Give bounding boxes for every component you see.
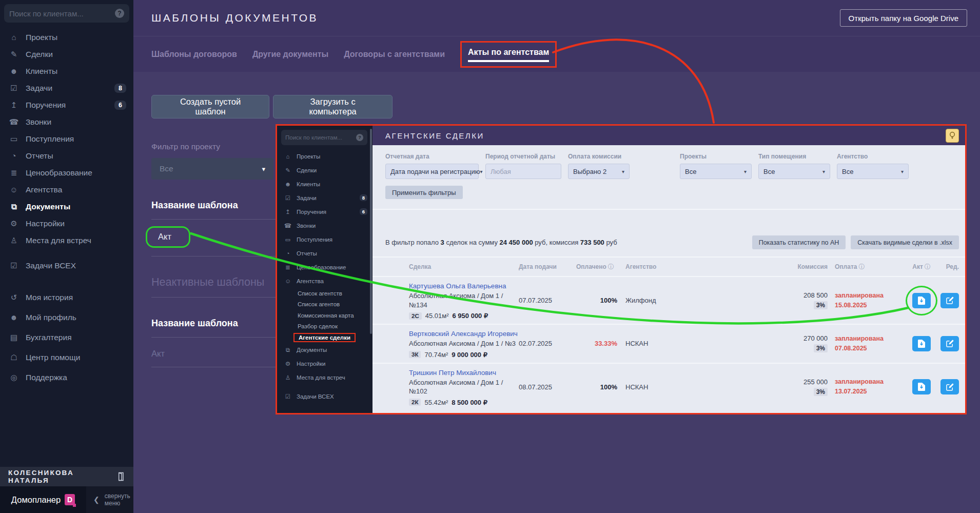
submission-date: 07.07.2025 — [519, 297, 576, 304]
generate-act-button[interactable] — [912, 336, 931, 351]
sidebar-item[interactable]: ☺ Агентства — [0, 181, 133, 198]
edit-deal-button[interactable] — [940, 293, 959, 308]
sidebar-item[interactable]: ≣ Ценообразование — [0, 164, 133, 181]
mini-sidebar-item[interactable]: ☻ Клиенты — [277, 177, 373, 191]
search-help-icon[interactable]: ? — [115, 9, 124, 18]
meeting-places-icon: ♙ — [283, 374, 292, 381]
client-search-input[interactable] — [9, 9, 115, 18]
mini-sidebar-scrollbar[interactable] — [370, 129, 372, 334]
document-download-icon — [918, 340, 925, 348]
show-agency-stats-button[interactable]: Показать статистику по АН — [752, 235, 846, 249]
mini-sidebar-subitem[interactable]: Список агентов — [277, 299, 373, 310]
collapse-menu-button[interactable]: ❮ свернуть меню — [86, 486, 133, 513]
mini-sidebar-item[interactable]: ♙ Места для встреч — [277, 371, 373, 385]
mini-sidebar-item[interactable]: ☎ Звонки — [277, 219, 373, 232]
sidebar-item[interactable]: ✎ Сделки — [0, 46, 133, 63]
logout-door-icon[interactable] — [116, 472, 125, 481]
info-icon[interactable]: ⓘ — [925, 263, 931, 270]
sidebar-item[interactable]: ⧉ Документы — [0, 198, 133, 215]
user-bar[interactable]: КОЛЕСНИКОВА НАТАЛЬЯ — [0, 467, 133, 486]
chevron-down-icon: ▾ — [901, 169, 904, 174]
filter-control[interactable]: Все ▾ — [837, 164, 909, 179]
info-icon[interactable]: ⓘ — [608, 263, 614, 270]
generate-act-button[interactable] — [912, 293, 931, 308]
sidebar-item[interactable]: ↺ Моя история — [0, 287, 133, 307]
generate-act-button[interactable] — [912, 379, 931, 394]
tab[interactable]: Договоры с агентствами — [344, 50, 445, 59]
paid-percent: 100% — [576, 383, 625, 391]
deals-table-body: Картушева Ольга Валерьевна Абсолютная Ак… — [373, 276, 965, 410]
column-header: Оплаченоⓘ — [576, 263, 625, 271]
sidebar-item[interactable]: ♙ Места для встреч — [0, 232, 133, 249]
tab[interactable]: Шаблоны договоров — [151, 50, 237, 59]
open-google-drive-button[interactable]: Открыть папку на Google Drive — [840, 9, 967, 27]
client-name-link[interactable]: Картушева Ольга Валерьевна — [409, 282, 506, 290]
mini-sidebar-subitem[interactable]: Агентские сделки — [277, 332, 373, 343]
mini-sidebar-item[interactable]: ⧉ Документы — [277, 343, 373, 357]
mini-sidebar-item[interactable]: ▭ Поступления — [277, 232, 373, 246]
mini-sidebar-item[interactable]: ☑ Задачи 8 — [277, 191, 373, 205]
filter: Оплата комиссии Выбрано 2 ▾ — [568, 153, 673, 179]
sidebar-item[interactable]: ▭ Поступления — [0, 130, 133, 147]
filter-control[interactable]: Любая ▾ — [485, 164, 561, 179]
chevron-down-icon: ▾ — [622, 169, 624, 174]
filter-control[interactable]: Выбрано 2 ▾ — [568, 164, 630, 179]
edit-deal-button[interactable] — [940, 336, 959, 351]
mini-sidebar-item[interactable]: ≣ Ценообразование — [277, 260, 373, 274]
mini-sidebar-item-tasks-all[interactable]: ☑ Задачи ВСЕХ — [277, 390, 373, 404]
search-help-icon[interactable]: ? — [356, 134, 363, 141]
mini-sidebar-subitem[interactable]: Список агентств — [277, 288, 373, 299]
client-name-link[interactable]: Тришкин Петр Михайлович — [409, 369, 496, 377]
mini-sidebar-item[interactable]: ⌂ Проекты — [277, 149, 373, 163]
filter: Агентство Все ▾ — [837, 153, 909, 179]
commission-percent-badge: 3% — [814, 388, 828, 396]
sidebar-item[interactable]: ↥ Поручения 6 — [0, 96, 133, 113]
sidebar-item-tasks-all[interactable]: ☑ Задачи ВСЕХ — [0, 257, 133, 274]
mini-client-search[interactable]: ? — [281, 130, 367, 145]
mini-sidebar-item[interactable]: ☺ Агентства — [277, 274, 373, 288]
create-template-button[interactable]: Создать пустой шаблон — [151, 95, 269, 119]
mini-sidebar-item[interactable]: ✎ Сделки — [277, 163, 373, 177]
mini-sidebar-subitem[interactable]: Комиссионная карта — [277, 310, 373, 321]
edit-pencil-icon — [946, 383, 954, 391]
sidebar-item[interactable]: ◎ Поддержка — [0, 367, 133, 387]
filter-control[interactable]: Все ▾ — [680, 164, 752, 179]
mini-sidebar-item[interactable]: ⚙ Настройки — [277, 357, 373, 371]
sidebar-item[interactable]: ◔ Отчеты — [0, 147, 133, 164]
sidebar-item[interactable]: ☖ Центр помощи — [0, 347, 133, 367]
sidebar-item[interactable]: ☻ Мой профиль — [0, 307, 133, 327]
sidebar-item[interactable]: ☎ Звонки — [0, 113, 133, 130]
unit-area: 70.74м² — [424, 351, 448, 359]
assignments-icon: ↥ — [283, 208, 292, 215]
mini-sidebar-item[interactable]: ◔ Отчеты — [277, 246, 373, 260]
column-header: Ред. — [937, 263, 959, 270]
sidebar-item[interactable]: ☑ Задачи 8 — [0, 80, 133, 96]
client-search[interactable]: ? — [4, 4, 129, 23]
hint-button[interactable] — [946, 129, 959, 143]
edit-deal-button[interactable] — [940, 379, 959, 394]
mini-sidebar-item[interactable]: ↥ Поручения 6 — [277, 205, 373, 219]
tab[interactable]: Другие документы — [252, 50, 328, 59]
unit-price: 6 950 000 ₽ — [453, 312, 488, 320]
filter-control[interactable]: Все ▾ — [758, 164, 830, 179]
info-icon[interactable]: ⓘ — [858, 263, 865, 270]
client-name-link[interactable]: Вертковский Александр Игоревич — [409, 330, 518, 338]
submission-date: 02.07.2025 — [519, 340, 576, 347]
project-filter-select[interactable]: Все ▾ — [151, 158, 273, 180]
template-item-akt-annotated[interactable]: Акт — [146, 226, 190, 248]
tab[interactable]: Акты по агентствам — [460, 41, 557, 68]
sidebar-item[interactable]: ⚙ Настройки — [0, 215, 133, 232]
column-header: Дата подачи — [519, 263, 576, 270]
sidebar-nav: ⌂ Проекты ✎ Сделки ☻ Клиенты ☑ Задачи 8 … — [0, 29, 133, 249]
download-xlsx-button[interactable]: Скачать видимые сделки в .xlsx — [851, 235, 959, 249]
filter-value: Дата подачи на регистрацию — [390, 168, 480, 175]
mini-client-search-input[interactable] — [285, 134, 356, 141]
apply-filters-button[interactable]: Применить фильтры — [385, 186, 463, 199]
mini-sidebar-subitem[interactable]: Разбор сделок — [277, 321, 373, 332]
sidebar-item[interactable]: ▤ Бухгалтерия — [0, 327, 133, 347]
sidebar-item[interactable]: ☻ Клиенты — [0, 63, 133, 80]
upload-template-button[interactable]: Загрузить с компьютера — [273, 95, 393, 119]
brand: Домопланер D — [0, 486, 86, 513]
filter-control[interactable]: Дата подачи на регистрацию ▾ — [385, 164, 479, 179]
sidebar-item[interactable]: ⌂ Проекты — [0, 29, 133, 46]
